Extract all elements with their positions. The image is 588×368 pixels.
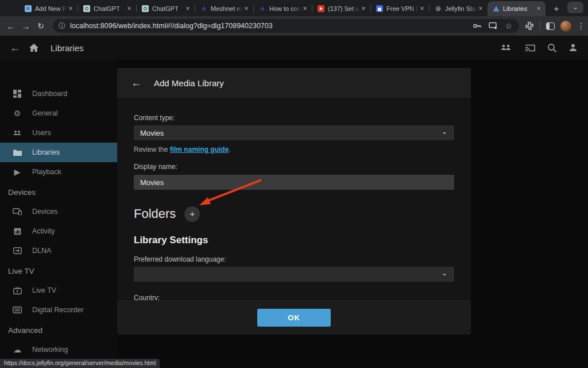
sidebar-item-livetv[interactable]: Live TV: [0, 281, 117, 300]
naming-guide-helper: Review the film naming guide.: [134, 145, 454, 154]
sidebar-section-livetv: Live TV: [0, 261, 117, 281]
tab-libraries-active[interactable]: Libraries ×: [488, 1, 546, 16]
forward-icon[interactable]: →: [18, 21, 33, 31]
post-favicon: [25, 5, 32, 12]
film-naming-guide-link[interactable]: film naming guide: [170, 145, 229, 154]
close-icon[interactable]: ×: [301, 5, 308, 12]
toolbar-divider: [540, 21, 540, 30]
address-bar[interactable]: ⓘ localhost:8096/web/index.html#!/dialog…: [53, 19, 519, 33]
tab-label: ChatGPT: [94, 5, 126, 12]
sidebar-label: Playback: [32, 168, 61, 176]
close-icon[interactable]: ×: [477, 5, 484, 12]
gear-icon: ⚙: [11, 109, 23, 118]
reload-icon[interactable]: ↻: [33, 21, 48, 30]
play-icon: ▶: [11, 167, 23, 177]
tab-label: How to confi: [269, 5, 301, 12]
language-label: Preferred download language:: [134, 255, 454, 263]
extensions-puzzle-icon[interactable]: [525, 21, 534, 30]
cast-icon[interactable]: [524, 43, 536, 52]
display-name-input[interactable]: Movies: [134, 175, 454, 190]
bookmark-star-icon[interactable]: ☆: [505, 21, 512, 30]
dialog-back-icon[interactable]: ←: [131, 77, 141, 89]
profile-avatar[interactable]: [560, 21, 571, 32]
folder-icon: [11, 149, 23, 156]
close-icon[interactable]: ×: [360, 5, 367, 12]
sidebar-label: Digital Recorder: [32, 306, 84, 314]
display-name-label: Display name:: [134, 163, 454, 171]
site-info-icon[interactable]: ⓘ: [59, 21, 65, 31]
user-person-icon[interactable]: [568, 43, 578, 52]
sidebar-item-dashboard[interactable]: Dashboard: [0, 84, 117, 103]
devices-icon: [11, 208, 23, 215]
dialog-body: Content type: Movies ⌄ Review the film n…: [117, 98, 471, 302]
sidebar-item-dlna[interactable]: DLNA: [0, 241, 117, 260]
content-type-label: Content type:: [134, 114, 454, 122]
jellyfin-favicon: [493, 5, 500, 12]
tab-label: Meshnet exp: [211, 5, 243, 12]
app-header: ← Libraries: [0, 36, 588, 60]
back-icon[interactable]: ←: [3, 21, 18, 31]
password-key-icon[interactable]: [473, 22, 482, 30]
meshnet-favicon: [200, 5, 207, 12]
status-url-bubble: https://docs.jellyfin.org/general/server…: [0, 359, 160, 368]
sidebar-item-networking[interactable]: ☁ Networking: [0, 340, 117, 359]
sidebar-label: Dashboard: [32, 90, 67, 98]
live-tv-icon: [11, 287, 23, 294]
app-back-icon[interactable]: ←: [8, 42, 22, 54]
sidebar-item-users[interactable]: Users: [0, 123, 117, 143]
url-text[interactable]: localhost:8096/web/index.html#!/dialog?d…: [70, 22, 473, 30]
sidebar-label: Libraries: [32, 148, 60, 156]
close-icon[interactable]: ×: [126, 5, 133, 12]
sidebar-item-digital-recorder[interactable]: Digital Recorder: [0, 300, 117, 320]
chevron-down-icon: ⌄: [442, 269, 447, 277]
sidebar-label: General: [32, 109, 57, 117]
browser-toolbar: ← → ↻ ⓘ localhost:8096/web/index.html#!/…: [0, 16, 588, 36]
tab-jellyfin-stable[interactable]: Jellyfin Stab ×: [430, 1, 488, 16]
tab-how-to-configure[interactable]: How to confi ×: [254, 1, 312, 16]
tab-search-button[interactable]: ⌄: [567, 2, 583, 13]
meshnet-favicon: [259, 5, 266, 12]
activity-icon: [11, 228, 23, 235]
close-icon[interactable]: ×: [535, 5, 542, 12]
sidebar-label: DLNA: [32, 247, 51, 255]
save-to-device-icon[interactable]: [489, 22, 498, 30]
side-panel-icon[interactable]: [546, 22, 555, 30]
tab-chatgpt-1[interactable]: ChatGPT ×: [78, 1, 136, 16]
close-icon[interactable]: ×: [243, 5, 250, 12]
close-icon[interactable]: ×: [419, 5, 425, 12]
dialog-header: ← Add Media Library: [117, 68, 471, 98]
sidebar: Dashboard ⚙ General Users Libraries ▶ Pl…: [0, 60, 117, 368]
content-type-select[interactable]: Movies ⌄: [134, 125, 454, 140]
close-icon[interactable]: ×: [184, 5, 191, 12]
language-select[interactable]: ⌄: [134, 267, 454, 282]
sidebar-item-general[interactable]: ⚙ General: [0, 103, 117, 123]
tab-free-vpn[interactable]: Free VPN Do ×: [371, 1, 429, 16]
tab-youtube[interactable]: (137) Set up ×: [312, 1, 370, 16]
tab-meshnet[interactable]: Meshnet exp ×: [195, 1, 253, 16]
home-icon[interactable]: [29, 43, 39, 52]
search-icon[interactable]: [547, 43, 557, 53]
users-group-icon[interactable]: [500, 44, 513, 52]
sidebar-item-devices[interactable]: Devices: [0, 202, 117, 221]
tab-chatgpt-2[interactable]: ChatGPT ×: [137, 1, 195, 16]
sidebar-item-libraries[interactable]: Libraries: [0, 143, 117, 162]
new-tab-button[interactable]: +: [551, 3, 562, 13]
add-media-library-dialog: ← Add Media Library Content type: Movies…: [117, 68, 471, 335]
content-type-value: Movies: [140, 129, 164, 137]
sidebar-item-activity[interactable]: Activity: [0, 221, 117, 241]
tab-label: ChatGPT: [152, 5, 184, 12]
menu-dots-icon[interactable]: ⋮: [577, 21, 585, 30]
ok-button[interactable]: OK: [257, 309, 331, 327]
tab-label: Libraries: [503, 5, 535, 12]
sidebar-section-advanced: Advanced: [0, 320, 117, 340]
sidebar-label: Live TV: [32, 286, 56, 294]
dvr-icon: [11, 306, 23, 313]
sidebar-item-playback[interactable]: ▶ Playback: [0, 162, 117, 182]
library-settings-heading: Library Settings: [134, 235, 454, 246]
tab-add-new-post[interactable]: Add New Po ×: [20, 1, 78, 16]
close-icon[interactable]: ×: [67, 5, 74, 12]
sidebar-label: Activity: [32, 227, 55, 235]
sidebar-label: Devices: [32, 208, 57, 216]
tab-label: Free VPN Do: [386, 5, 419, 12]
add-folder-button[interactable]: +: [184, 206, 200, 222]
